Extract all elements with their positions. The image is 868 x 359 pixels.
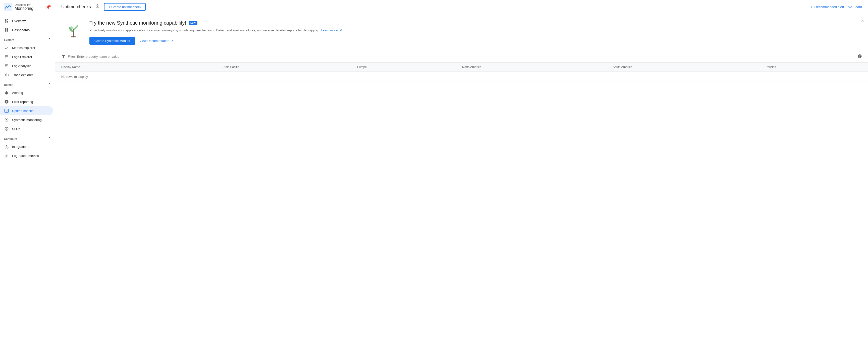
explore-collapse-icon[interactable]: ⌃ <box>48 37 51 42</box>
monitoring-logo-icon <box>4 3 12 11</box>
learn-more-link[interactable]: Learn more. ↗ <box>321 28 342 32</box>
metrics-explorer-icon <box>4 45 9 50</box>
trace-explorer-icon <box>4 72 9 77</box>
sidebar-item-alerting[interactable]: Alerting <box>0 88 53 97</box>
banner-illustration <box>63 20 83 40</box>
create-btn-label: + Create uptime check <box>108 5 141 9</box>
topbar: Uptime checks + Create uptime check + 1 … <box>55 0 868 14</box>
observability-label: Observability <box>14 3 33 6</box>
sidebar-item-logs-explorer[interactable]: Logs Explorer <box>0 52 53 61</box>
sidebar-item-error-reporting[interactable]: Error reporting <box>0 97 53 106</box>
sidebar-item-integrations[interactable]: Integrations <box>0 142 53 151</box>
alerting-icon <box>4 90 9 95</box>
sidebar-item-error-reporting-label: Error reporting <box>12 100 33 104</box>
sidebar-item-trace-label: Trace explorer <box>12 73 33 77</box>
sidebar-item-log-based-metrics[interactable]: Log-based metrics <box>0 151 53 160</box>
close-banner-button[interactable]: × <box>861 18 864 24</box>
log-based-metrics-icon <box>4 153 9 158</box>
sidebar-item-overview[interactable]: Overview <box>0 16 53 25</box>
learn-label: Learn <box>854 5 862 9</box>
recommended-alert-link[interactable]: + 1 recommended alert <box>810 5 844 9</box>
sidebar-item-synthetic-label: Synthetic monitoring <box>12 118 42 122</box>
explore-section-header: Explore ⌃ <box>0 34 55 43</box>
banner-content: Try the new Synthetic monitoring capabil… <box>89 20 860 45</box>
filter-input[interactable] <box>77 55 856 59</box>
detect-collapse-icon[interactable]: ⌃ <box>48 83 51 87</box>
create-synthetic-monitor-button[interactable]: Create Synthetic Monitor <box>89 37 135 45</box>
error-reporting-icon <box>4 99 9 104</box>
banner-description: Proactively monitor your application's c… <box>89 28 860 33</box>
no-rows-cell: No rows to display <box>55 71 868 81</box>
sidebar-item-log-analytics-label: Log Analytics <box>12 64 31 68</box>
download-icon[interactable] <box>95 4 100 10</box>
sidebar-item-synthetic-monitoring[interactable]: Synthetic monitoring <box>0 115 53 124</box>
column-south-america: South America <box>607 63 760 72</box>
column-policies: Policies <box>760 63 868 72</box>
sidebar-item-log-analytics[interactable]: Log Analytics <box>0 61 53 70</box>
sidebar: Observability Monitoring 📌 Overview Dash… <box>0 0 55 359</box>
sidebar-item-metrics-explorer[interactable]: Metrics explorer <box>0 43 53 52</box>
create-uptime-check-button[interactable]: + Create uptime check <box>104 3 146 11</box>
sidebar-header: Observability Monitoring 📌 <box>0 0 55 14</box>
svg-rect-1 <box>5 109 8 112</box>
sidebar-item-overview-label: Overview <box>12 19 26 23</box>
log-analytics-icon <box>4 63 9 68</box>
uptime-checks-table: Display Name ↑ Asia Pacific Europe North… <box>55 63 868 82</box>
sidebar-item-metrics-label: Metrics explorer <box>12 46 35 50</box>
column-asia-pacific: Asia Pacific <box>217 63 351 72</box>
synthetic-monitoring-icon <box>4 117 9 122</box>
sidebar-item-integrations-label: Integrations <box>12 145 29 149</box>
banner-actions: Create Synthetic Monitor View Documentat… <box>89 37 860 45</box>
sidebar-item-slos[interactable]: SLOs <box>0 124 53 133</box>
overview-icon <box>4 18 9 23</box>
configure-collapse-icon[interactable]: ⌃ <box>48 136 51 141</box>
view-documentation-button[interactable]: View Documentation ↗ <box>140 39 173 43</box>
sidebar-nav: Overview Dashboards Explore ⌃ Metrics ex… <box>0 14 55 359</box>
banner-title: Try the new Synthetic monitoring capabil… <box>89 20 860 26</box>
sidebar-item-dashboards[interactable]: Dashboards <box>0 25 53 34</box>
filter-icon <box>61 54 66 59</box>
slos-icon <box>4 126 9 131</box>
topbar-right: + 1 recommended alert Learn <box>810 5 862 9</box>
sidebar-item-slos-label: SLOs <box>12 127 20 131</box>
table-area: Filter Display Name ↑ Asia <box>55 51 868 82</box>
filter-label: Filter <box>68 55 75 59</box>
pin-icon[interactable]: 📌 <box>45 4 51 10</box>
sidebar-item-alerting-label: Alerting <box>12 91 23 95</box>
sidebar-item-logs-explorer-label: Logs Explorer <box>12 55 32 59</box>
detect-section-header: Detect ⌃ <box>0 79 55 88</box>
learn-button[interactable]: Learn <box>848 5 862 9</box>
dashboards-icon <box>4 27 9 32</box>
main-content: Uptime checks + Create uptime check + 1 … <box>55 0 868 359</box>
column-europe: Europe <box>351 63 456 72</box>
monitoring-label: Monitoring <box>14 6 33 11</box>
sidebar-item-dashboards-label: Dashboards <box>12 28 30 32</box>
page-title: Uptime checks <box>61 4 91 9</box>
uptime-checks-icon <box>4 108 9 113</box>
banner-title-text: Try the new Synthetic monitoring capabil… <box>89 20 186 26</box>
sidebar-item-log-based-metrics-label: Log-based metrics <box>12 154 39 158</box>
filter-help-icon[interactable] <box>858 54 862 59</box>
filter-bar: Filter <box>55 51 868 63</box>
sidebar-item-uptime-checks-label: Uptime checks <box>12 109 33 113</box>
table-no-rows-row: No rows to display <box>55 71 868 81</box>
column-north-america: North America <box>456 63 607 72</box>
content-area: Try the new Synthetic monitoring capabil… <box>55 14 868 359</box>
external-link-icon: ↗ <box>170 39 173 43</box>
configure-section-header: Configure ⌃ <box>0 133 55 142</box>
logs-explorer-icon <box>4 54 9 59</box>
new-badge: New <box>189 21 197 25</box>
table-header-row: Display Name ↑ Asia Pacific Europe North… <box>55 63 868 72</box>
column-display-name[interactable]: Display Name ↑ <box>55 63 217 72</box>
sort-arrow-icon: ↑ <box>81 65 83 69</box>
integrations-icon <box>4 144 9 149</box>
synthetic-monitor-banner: Try the new Synthetic monitoring capabil… <box>55 14 868 51</box>
app-title: Observability Monitoring <box>14 3 33 11</box>
sidebar-item-uptime-checks[interactable]: Uptime checks <box>0 106 53 115</box>
sidebar-item-trace-explorer[interactable]: Trace explorer <box>0 70 53 79</box>
